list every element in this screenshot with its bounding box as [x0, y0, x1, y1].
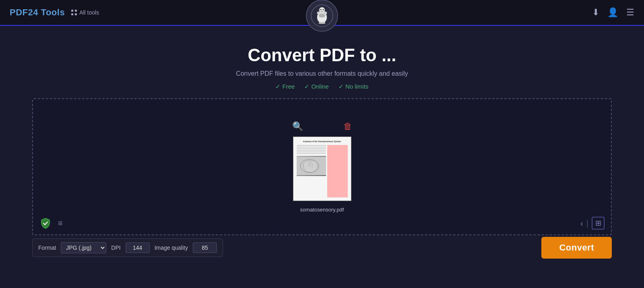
- text-line-4: [297, 150, 326, 151]
- drop-zone-wrapper: 🔍 🗑 Anatomy of the Somatosensory System: [32, 98, 612, 235]
- svg-point-8: [319, 7, 325, 13]
- header: PDF24 Tools All tools: [0, 0, 644, 26]
- hero-badges: ✓ Free ✓ Online ✓ No limits: [8, 83, 636, 90]
- badge-online: ✓ Online: [304, 83, 329, 90]
- text-line-3: [297, 148, 326, 149]
- svg-point-9: [320, 9, 322, 10]
- quality-input[interactable]: [193, 242, 217, 253]
- shield-icon-wrapper[interactable]: [39, 217, 52, 229]
- options-bar: Format JPG (.jpg) PNG (.png) BMP (.bmp) …: [32, 238, 223, 257]
- svg-rect-2: [71, 13, 73, 15]
- download-icon[interactable]: ⬇: [592, 7, 599, 18]
- badge-free: ✓ Free: [275, 83, 295, 90]
- svg-point-7: [319, 14, 325, 17]
- shield-icon: [40, 218, 51, 229]
- bottom-left-icons: ≡: [39, 217, 63, 229]
- list-icon[interactable]: ≡: [58, 219, 63, 228]
- all-tools-label: All tools: [79, 9, 99, 16]
- format-select[interactable]: JPG (.jpg) PNG (.png) BMP (.bmp) TIFF (.…: [61, 242, 106, 253]
- drop-zone[interactable]: 🔍 🗑 Anatomy of the Somatosensory System: [32, 98, 612, 235]
- dpi-input[interactable]: [126, 242, 150, 253]
- svg-rect-3: [75, 13, 77, 15]
- chevron-left-icon[interactable]: ‹: [580, 219, 583, 228]
- file-item: 🔍 🗑 Anatomy of the Somatosensory System: [292, 121, 352, 213]
- user-icon[interactable]: 👤: [607, 7, 618, 18]
- bottom-right-icons: ‹ | ⊞: [580, 217, 605, 230]
- dpi-label: DPI: [111, 244, 120, 251]
- delete-icon[interactable]: 🗑: [343, 121, 352, 132]
- menu-icon[interactable]: ☰: [626, 7, 634, 18]
- svg-rect-11: [319, 22, 325, 24]
- text-line-2: [297, 147, 326, 147]
- logo-circle: [306, 0, 338, 32]
- grid-icon: [71, 10, 77, 15]
- text-line-6: [297, 153, 326, 154]
- hero-title: Convert PDF to ...: [8, 45, 636, 65]
- thumb-left: [297, 145, 326, 197]
- convert-btn-wrapper: Convert: [541, 237, 612, 259]
- svg-point-10: [323, 9, 324, 10]
- add-file-button[interactable]: ⊞: [592, 217, 605, 230]
- hero-section: Convert PDF to ... Convert PDF files to …: [0, 26, 644, 98]
- logo-text: PDF24 Tools: [10, 7, 65, 18]
- anatomy-svg: [297, 156, 326, 176]
- file-actions: 🔍 🗑: [292, 121, 352, 132]
- thumb-right: [327, 145, 348, 197]
- convert-button[interactable]: Convert: [541, 237, 612, 259]
- badge-no-limits: ✓ No limits: [339, 83, 369, 90]
- thumbnail-content: Anatomy of the Somatosensory System: [297, 140, 348, 197]
- bottom-row: Format JPG (.jpg) PNG (.png) BMP (.bmp) …: [32, 235, 612, 260]
- header-center: [306, 0, 338, 32]
- quality-label: Image quality: [155, 244, 188, 251]
- header-right: ⬇ 👤 ☰: [592, 7, 634, 18]
- thumb-image: [297, 156, 326, 176]
- divider: |: [586, 219, 588, 228]
- svg-rect-1: [75, 10, 77, 12]
- header-left: PDF24 Tools All tools: [10, 7, 99, 18]
- text-line-5: [297, 151, 326, 152]
- all-tools-link[interactable]: All tools: [71, 9, 99, 16]
- hero-subtitle: Convert PDF files to various other forma…: [8, 70, 636, 77]
- format-label: Format: [38, 244, 56, 251]
- thumb-title: Anatomy of the Somatosensory System: [297, 140, 348, 143]
- file-name: somatosensory.pdf: [300, 207, 344, 213]
- thumb-image-inner: [297, 156, 326, 176]
- drop-zone-bottom: ≡ ‹ | ⊞: [39, 217, 605, 230]
- svg-rect-0: [71, 10, 73, 12]
- thumb-body: [297, 145, 348, 197]
- zoom-icon[interactable]: 🔍: [292, 121, 303, 132]
- brand-logo-icon: [311, 4, 333, 27]
- text-line-1: [297, 145, 326, 146]
- file-thumbnail: Anatomy of the Somatosensory System: [293, 137, 351, 201]
